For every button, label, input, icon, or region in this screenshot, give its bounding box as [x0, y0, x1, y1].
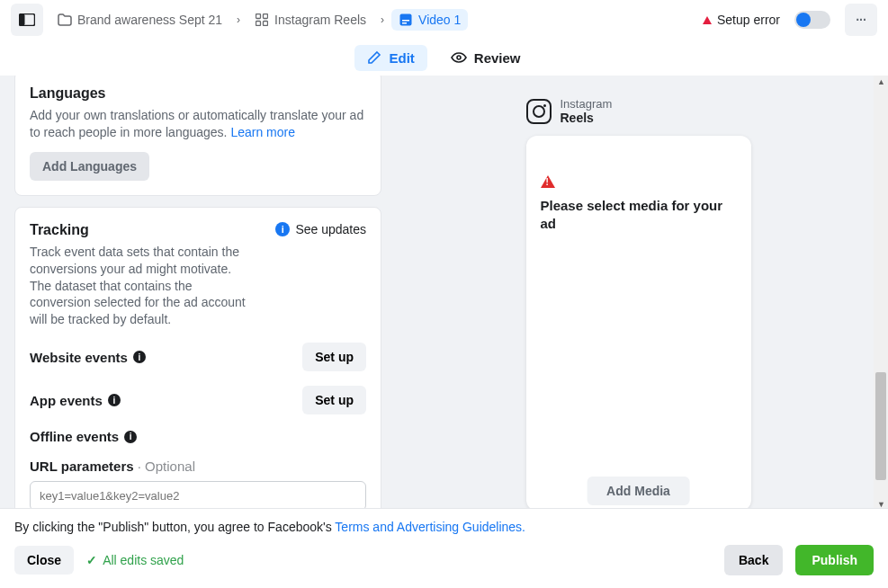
tab-review[interactable]: Review: [438, 45, 534, 71]
mode-tabs: Edit Review: [0, 40, 888, 76]
grid-icon: [255, 13, 269, 27]
tab-review-label: Review: [474, 50, 521, 66]
settings-column: Languages Add your own translations or a…: [0, 76, 389, 511]
offline-events-row: Offline eventsi: [30, 429, 366, 444]
add-media-button[interactable]: Add Media: [587, 477, 690, 505]
close-button[interactable]: Close: [14, 546, 74, 575]
footer-actions: Close ✓ All edits saved Back Publish: [14, 545, 874, 575]
scroll-up-icon[interactable]: ▲: [877, 77, 885, 86]
status-error: Setup error: [703, 13, 780, 27]
terms-link[interactable]: Terms and Advertising Guidelines.: [335, 520, 525, 534]
tab-edit[interactable]: Edit: [354, 45, 426, 71]
svg-rect-8: [402, 22, 407, 24]
breadcrumb-ad[interactable]: Video 1: [391, 9, 468, 31]
breadcrumb-adset[interactable]: Instagram Reels: [247, 9, 373, 31]
scrollbar[interactable]: ▲ ▼: [874, 76, 888, 511]
url-params-label: URL parameters · Optional: [30, 459, 366, 474]
content-area: Languages Add your own translations or a…: [0, 76, 888, 511]
breadcrumb-ad-label: Video 1: [418, 13, 461, 27]
warning-icon: [541, 175, 555, 188]
breadcrumb-campaign-label: Brand awareness Sept 21: [77, 13, 222, 27]
info-icon[interactable]: i: [124, 431, 137, 443]
instagram-icon: [526, 99, 552, 124]
tracking-card: i See updates Tracking Track event data …: [14, 207, 381, 511]
breadcrumb: Brand awareness Sept 21 › Instagram Reel…: [50, 9, 695, 31]
svg-rect-3: [264, 14, 268, 19]
eye-icon: [451, 52, 467, 63]
languages-learn-more-link[interactable]: Learn more: [230, 125, 295, 139]
tab-edit-label: Edit: [389, 50, 414, 66]
panel-icon: [19, 13, 35, 26]
svg-rect-7: [402, 20, 409, 22]
website-events-label: Website eventsi: [30, 350, 146, 365]
languages-desc: Add your own translations or automatical…: [30, 107, 366, 141]
svg-rect-1: [20, 14, 25, 26]
url-params-input[interactable]: [30, 481, 366, 511]
tracking-desc: Track event data sets that contain the c…: [30, 244, 246, 328]
preview-format: Reels: [561, 111, 613, 125]
website-events-setup-button[interactable]: Set up: [302, 343, 366, 371]
offline-events-label: Offline eventsi: [30, 429, 137, 444]
svg-rect-5: [264, 22, 268, 26]
chevron-right-icon: ›: [237, 13, 240, 26]
see-updates-link[interactable]: i See updates: [275, 222, 366, 236]
dots-icon: ···: [856, 13, 866, 27]
app-events-label: App eventsi: [30, 393, 121, 408]
languages-title: Languages: [30, 85, 366, 102]
more-menu-button[interactable]: ···: [845, 4, 877, 36]
status-error-label: Setup error: [717, 13, 780, 27]
info-icon[interactable]: i: [133, 351, 146, 363]
preview-platform: Instagram: [561, 97, 613, 111]
languages-card: Languages Add your own translations or a…: [14, 76, 381, 196]
info-icon[interactable]: i: [108, 394, 121, 406]
top-bar: Brand awareness Sept 21 › Instagram Reel…: [0, 0, 888, 40]
preview-frame: Please select media for your ad Add Medi…: [526, 136, 751, 511]
back-button[interactable]: Back: [724, 545, 783, 575]
add-languages-button[interactable]: Add Languages: [30, 152, 149, 181]
see-updates-label: See updates: [295, 222, 366, 236]
panel-toggle-button[interactable]: [11, 4, 43, 36]
breadcrumb-adset-label: Instagram Reels: [274, 13, 366, 27]
svg-rect-2: [256, 14, 261, 19]
save-status: ✓ All edits saved: [86, 553, 184, 567]
scrollbar-thumb[interactable]: [875, 372, 886, 480]
publish-disclaimer: By clicking the "Publish" button, you ag…: [14, 520, 874, 534]
folder-icon: [58, 13, 72, 27]
breadcrumb-campaign[interactable]: Brand awareness Sept 21: [50, 9, 229, 31]
ad-icon: [399, 13, 413, 27]
pencil-icon: [367, 50, 381, 65]
publish-button[interactable]: Publish: [795, 545, 874, 575]
preview-column: Instagram Reels Please select media for …: [389, 76, 888, 511]
preview-empty-message: Please select media for your ad: [541, 197, 737, 232]
website-events-row: Website eventsi Set up: [30, 343, 366, 371]
save-status-label: All edits saved: [103, 553, 184, 567]
activation-toggle[interactable]: [794, 11, 830, 29]
check-icon: ✓: [86, 553, 97, 567]
svg-point-9: [457, 56, 461, 59]
toggle-knob: [796, 13, 811, 27]
preview-header: Instagram Reels: [526, 97, 751, 125]
footer: By clicking the "Publish" button, you ag…: [0, 508, 888, 588]
info-icon: i: [275, 222, 290, 236]
warning-icon: [703, 16, 712, 24]
app-events-row: App eventsi Set up: [30, 386, 366, 414]
chevron-right-icon: ›: [381, 13, 384, 26]
preview-header-text: Instagram Reels: [561, 97, 613, 125]
svg-rect-4: [256, 22, 261, 26]
app-events-setup-button[interactable]: Set up: [302, 386, 366, 414]
